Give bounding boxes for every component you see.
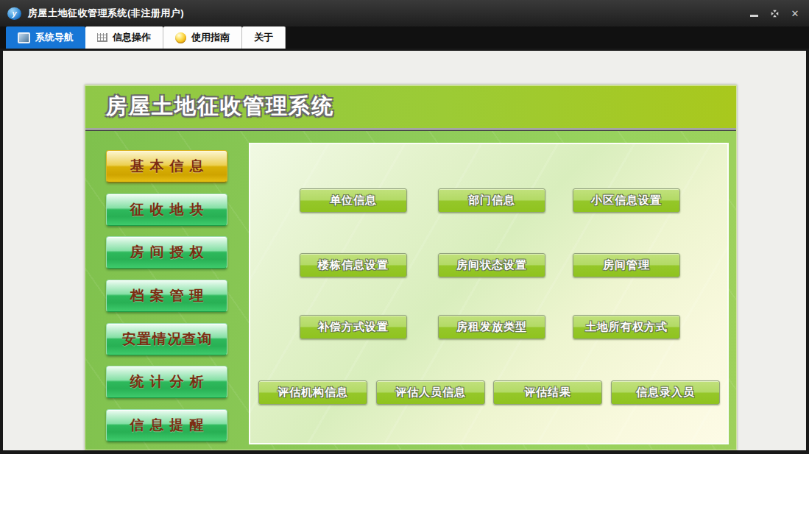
title-bar: y 房屋土地征收管理系统(非注册用户) ✕ — [0, 0, 809, 26]
minimize-button[interactable] — [747, 7, 760, 20]
sidebar-item-info-reminder[interactable]: 信息提醒 — [106, 409, 227, 441]
community-info-settings-button[interactable]: 小区信息设置 — [573, 188, 680, 213]
tab-label: 使用指南 — [191, 31, 230, 44]
window-title: 房屋土地征收管理系统(非注册用户) — [28, 7, 184, 20]
sidebar-item-expropriation-plots[interactable]: 征收地块 — [106, 194, 227, 226]
navigation-panel: 房屋土地征收管理系统 基本信息 征收地块 房间授权 档案管理 安置情况查询 统计… — [85, 85, 737, 450]
assessment-result-button[interactable]: 评估结果 — [493, 380, 602, 405]
sidebar-item-room-authorization[interactable]: 房间授权 — [106, 236, 227, 269]
page-title: 房屋土地征收管理系统 — [106, 92, 334, 121]
land-ownership-type-button[interactable]: 土地所有权方式 — [573, 315, 680, 339]
info-entry-clerk-button[interactable]: 信息录入员 — [611, 380, 720, 405]
tab-label: 关于 — [254, 31, 273, 44]
building-info-settings-button[interactable]: 楼栋信息设置 — [300, 253, 407, 277]
tab-system-navigation[interactable]: 系统导航 — [6, 26, 85, 49]
tab-user-guide[interactable]: 使用指南 — [163, 26, 242, 49]
tab-bar: 系统导航 信息操作 使用指南 关于 — [0, 26, 809, 49]
close-button[interactable]: ✕ — [788, 7, 802, 20]
window-content: 房屋土地征收管理系统 基本信息 征收地块 房间授权 档案管理 安置情况查询 统计… — [3, 51, 806, 450]
close-icon: ✕ — [791, 9, 799, 18]
sidebar-item-archive-management[interactable]: 档案管理 — [106, 280, 227, 312]
panel-header: 房屋土地征收管理系统 — [85, 85, 736, 129]
room-status-settings-button[interactable]: 房间状态设置 — [438, 253, 545, 277]
assessor-info-button[interactable]: 评估人员信息 — [376, 380, 485, 405]
tab-label: 系统导航 — [35, 31, 74, 44]
compensation-method-settings-button[interactable]: 补偿方式设置 — [300, 315, 407, 339]
restore-button[interactable] — [768, 7, 781, 20]
assessment-agency-info-button[interactable]: 评估机构信息 — [258, 380, 367, 405]
guide-sphere-icon — [175, 32, 186, 43]
app-window: y 房屋土地征收管理系统(非注册用户) ✕ 系统导航 — [0, 0, 809, 454]
window-controls: ✕ — [747, 7, 802, 20]
department-info-button[interactable]: 部门信息 — [438, 188, 545, 213]
app-logo-icon: y — [7, 7, 21, 20]
sidebar-item-statistics-analysis[interactable]: 统计分析 — [106, 366, 227, 398]
sidebar-item-basic-info[interactable]: 基本信息 — [106, 150, 227, 182]
tab-label: 信息操作 — [113, 31, 151, 44]
room-management-button[interactable]: 房间管理 — [573, 253, 680, 277]
shortcut-grid-area: 单位信息 部门信息 小区信息设置 楼栋信息设置 房间状态设置 房间管理 补偿方式… — [249, 143, 729, 444]
sidebar-item-resettlement-query[interactable]: 安置情况查询 — [106, 323, 227, 355]
minimize-icon — [750, 15, 758, 17]
unit-info-button[interactable]: 单位信息 — [300, 188, 407, 213]
rent-distribution-type-button[interactable]: 房租发放类型 — [438, 315, 545, 339]
monitor-icon — [18, 32, 30, 43]
restore-icon — [770, 9, 780, 18]
tab-information-operation[interactable]: 信息操作 — [85, 26, 163, 49]
grid-icon — [97, 33, 107, 42]
panel-body: 基本信息 征收地块 房间授权 档案管理 安置情况查询 统计分析 信息提醒 单位信… — [85, 130, 736, 450]
tab-about[interactable]: 关于 — [242, 26, 286, 49]
